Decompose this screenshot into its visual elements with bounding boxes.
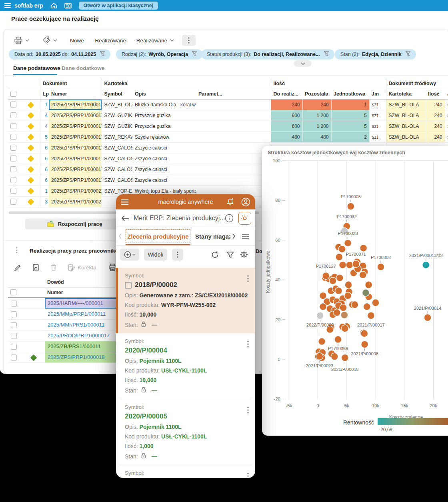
row-checkbox[interactable]: [10, 123, 16, 129]
production-order-card[interactable]: Symbol:2020/P/00005Opis: Pojemnik 1100LK…: [116, 399, 255, 465]
card-more-button[interactable]: [247, 275, 249, 284]
print-button[interactable]: [14, 36, 23, 45]
data-point[interactable]: [361, 341, 368, 348]
card-checkbox[interactable]: [125, 282, 132, 289]
data-point[interactable]: [359, 271, 366, 279]
lower-panel-more-button[interactable]: [16, 247, 18, 255]
lower-print-button[interactable]: [108, 263, 117, 271]
brightness-toggle-button[interactable]: [238, 212, 251, 225]
data-point[interactable]: [320, 303, 327, 310]
refresh-icon[interactable]: [211, 251, 219, 259]
tab-dane-podstawowe[interactable]: Dane podstawowe: [13, 65, 60, 71]
edit-pencil-button[interactable]: [14, 264, 22, 271]
data-point[interactable]: [335, 287, 342, 295]
data-point[interactable]: [367, 312, 374, 319]
row-checkbox[interactable]: [11, 344, 17, 350]
data-point[interactable]: [352, 260, 360, 267]
col-header-opis[interactable]: Opis: [132, 89, 196, 99]
filters-expander-button[interactable]: [294, 60, 312, 67]
data-point[interactable]: [347, 203, 354, 210]
data-point[interactable]: [351, 301, 358, 308]
document-number-cell[interactable]: 2025/ZB/PRS1/000011: [45, 341, 128, 352]
realizowane-button[interactable]: Realizowane: [95, 38, 126, 44]
row-checkbox[interactable]: [10, 177, 16, 183]
row-checkbox[interactable]: [10, 102, 16, 108]
select-all-checkbox[interactable]: [10, 289, 16, 295]
document-number-cell[interactable]: 2025/MMr/PRS1/000011: [45, 319, 128, 330]
open-classic-app-button[interactable]: Otwórz w aplikacji klasycznej: [79, 2, 158, 10]
row-checkbox[interactable]: [11, 301, 17, 307]
data-point[interactable]: [377, 263, 384, 271]
card-more-button[interactable]: [247, 406, 249, 415]
col-header-pozostala[interactable]: Pozostała: [302, 89, 331, 99]
data-point[interactable]: [341, 325, 348, 332]
table-row[interactable]: 2025/PROD/PRP1/000017: [8, 330, 128, 341]
clear-filter-icon[interactable]: [189, 51, 197, 58]
toolbar-more-button[interactable]: [182, 35, 196, 46]
col-header-src-ilosc[interactable]: Ilość: [426, 89, 445, 99]
row-checkbox[interactable]: [11, 322, 17, 328]
col-header-src-kartoteka[interactable]: Kartoteka: [386, 89, 426, 99]
tab-dane-dodatkowe[interactable]: Dane dodatkowe: [62, 65, 104, 71]
tags-dropdown-chevron-icon[interactable]: [53, 39, 57, 42]
data-point[interactable]: [334, 336, 342, 343]
clear-filter-icon[interactable]: [97, 51, 105, 58]
row-checkbox[interactable]: [10, 199, 16, 205]
data-point[interactable]: [340, 304, 347, 311]
data-point[interactable]: [346, 261, 353, 269]
more-button[interactable]: [172, 249, 183, 261]
settings-gear-icon[interactable]: [240, 251, 248, 259]
data-point[interactable]: [360, 245, 367, 252]
tabs-scroll-right-icon[interactable]: [232, 233, 236, 239]
production-order-card[interactable]: Symbol:2020/P/00004Opis: Pojemnik 1100LK…: [116, 333, 255, 399]
card-more-button[interactable]: [247, 472, 249, 478]
menu-icon[interactable]: [4, 3, 11, 8]
col-header-symbol[interactable]: Symbol: [102, 89, 132, 99]
data-point[interactable]: [341, 354, 348, 361]
table-row[interactable]: 12025/ZPS/PRP1/000017SZW_BL-OLABluzka da…: [8, 99, 448, 110]
data-point[interactable]: [345, 281, 352, 289]
korekta-button[interactable]: Korekta: [68, 264, 96, 271]
col-header-numer[interactable]: Numer: [49, 89, 102, 99]
data-point[interactable]: [331, 353, 338, 360]
row-checkbox[interactable]: [10, 112, 16, 118]
data-point[interactable]: [333, 309, 340, 316]
document-number-cell[interactable]: 2025/ZPS/PRP1/000018: [45, 352, 128, 363]
data-point[interactable]: [336, 274, 343, 281]
table-row[interactable]: 42025/ZPS/PRP1/000017SZW_GUZIKARIPrzyszc…: [8, 121, 448, 131]
data-point[interactable]: [344, 239, 352, 247]
delete-trash-button[interactable]: [50, 264, 57, 271]
row-checkbox[interactable]: [11, 333, 17, 339]
clear-filter-icon[interactable]: [321, 51, 329, 58]
table-row[interactable]: 2025/MMp/PRP1/000011: [8, 309, 128, 319]
nowe-button[interactable]: Nowe: [70, 38, 84, 44]
info-icon[interactable]: [225, 214, 234, 223]
filter-chip[interactable]: Status produkcji (3):Do realizacji, Real…: [201, 49, 334, 60]
widok-button[interactable]: Widok: [144, 249, 167, 261]
document-info-button[interactable]: [32, 264, 40, 271]
col-header-parametr[interactable]: Paramet...: [196, 89, 271, 99]
notifications-bell-icon[interactable]: [226, 198, 234, 206]
data-point[interactable]: [329, 277, 336, 285]
select-all-checkbox[interactable]: [10, 91, 16, 97]
col-header-do-realizacji[interactable]: Do realiz...: [271, 89, 302, 99]
data-point[interactable]: [424, 314, 431, 321]
news-panel-icon[interactable]: [64, 3, 72, 9]
data-point[interactable]: [363, 303, 370, 310]
row-checkbox[interactable]: [11, 355, 17, 361]
data-point[interactable]: [316, 353, 323, 360]
row-checkbox[interactable]: [11, 311, 17, 317]
home-icon[interactable]: [50, 2, 57, 9]
row-checkbox[interactable]: [10, 166, 16, 172]
data-point[interactable]: [341, 311, 348, 319]
add-button[interactable]: [120, 249, 139, 261]
data-point[interactable]: [338, 245, 346, 253]
table-row[interactable]: 2025/MMr/PRS1/000011: [8, 319, 128, 330]
row-checkbox[interactable]: [10, 134, 16, 140]
card-more-button[interactable]: [247, 341, 249, 349]
data-point[interactable]: [339, 261, 346, 269]
table-row[interactable]: 2025/ZB/PRS1/000011: [8, 341, 128, 352]
row-checkbox[interactable]: [10, 188, 16, 194]
row-checkbox[interactable]: [10, 145, 16, 151]
data-point[interactable]: [362, 289, 369, 297]
